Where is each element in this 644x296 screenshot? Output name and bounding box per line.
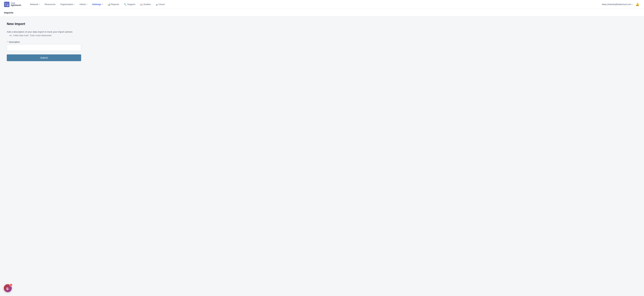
svg-rect-3: [5, 5, 6, 6]
page-title: New Import: [7, 22, 145, 26]
chevron-down-icon: ▾: [102, 3, 103, 5]
book-icon: 📖: [140, 3, 143, 6]
chevron-down-icon: ▾: [39, 3, 40, 5]
logo-link[interactable]: tidal lightmesh: [4, 2, 21, 7]
nav-label-organization: Organization: [60, 3, 73, 5]
nav-label-guides: Guides: [144, 3, 151, 5]
breadcrumb-title: Imports: [4, 11, 13, 14]
submit-button[interactable]: Submit: [7, 54, 81, 61]
cloud-icon: ☁: [156, 3, 158, 6]
svg-rect-0: [4, 2, 10, 7]
chart-icon: 📊: [108, 3, 110, 6]
nav-item-network[interactable]: Network ▾: [28, 2, 42, 6]
nav-menu: Network ▾ Resources Organization ▾ Admin…: [28, 2, 602, 7]
navbar: tidal lightmesh Network ▾ Resources Orga…: [0, 0, 644, 9]
widget-badge: 3: [10, 284, 12, 287]
svg-rect-4: [7, 5, 8, 6]
nav-item-organization[interactable]: Organization ▾: [58, 2, 77, 6]
logo-icon: [4, 2, 10, 7]
nav-item-resources[interactable]: Resources: [42, 2, 58, 6]
nav-label-resources: Resources: [44, 3, 56, 5]
user-email: deep.bhalotia@tidalcloud.com: [602, 3, 631, 5]
nav-label-support: Support: [127, 3, 135, 5]
description-field-group: * Description: [7, 41, 145, 51]
nav-label-cloud: Cloud: [158, 3, 164, 5]
nav-item-guides[interactable]: 📖 Guides: [138, 2, 153, 7]
wrench-icon: 🔧: [124, 3, 126, 6]
chevron-down-icon: ▾: [74, 3, 75, 5]
logo-lightmesh: lightmesh: [11, 4, 21, 6]
navbar-right: deep.bhalotia@tidalcloud.com ▾ 🔔: [602, 2, 640, 7]
nav-item-support[interactable]: 🔧 Support: [122, 2, 137, 7]
main-content: New Import Add a description of your dat…: [0, 16, 152, 66]
user-menu[interactable]: deep.bhalotia@tidalcloud.com ▾: [602, 3, 633, 5]
nav-label-admin: Admin: [80, 3, 86, 5]
chevron-down-icon: ▾: [632, 3, 633, 5]
svg-rect-2: [7, 3, 8, 4]
breadcrumb-bar: Imports: [0, 9, 644, 16]
description-label: * Description: [7, 41, 145, 43]
required-star: *: [7, 41, 8, 43]
nav-label-network: Network: [30, 3, 38, 5]
nav-label-settings: Settings: [92, 3, 101, 5]
svg-rect-1: [5, 3, 6, 4]
example-text: ex. 'Initial data load', 'East coast dat…: [7, 34, 145, 37]
nav-label-reports: Reports: [111, 3, 119, 5]
logo-text: tidal lightmesh: [11, 2, 21, 6]
notification-bell[interactable]: 🔔: [635, 2, 640, 7]
nav-item-reports[interactable]: 📊 Reports: [106, 2, 121, 7]
floating-widget[interactable]: g. 3: [4, 284, 12, 293]
nav-item-cloud[interactable]: ☁ Cloud: [154, 2, 166, 7]
nav-item-settings[interactable]: Settings ▾: [90, 2, 105, 6]
nav-item-admin[interactable]: Admin ▾: [78, 2, 90, 6]
description-input[interactable]: [7, 44, 81, 51]
chevron-down-icon: ▾: [86, 3, 88, 5]
hint-text: Add a description of your data import to…: [7, 30, 145, 33]
